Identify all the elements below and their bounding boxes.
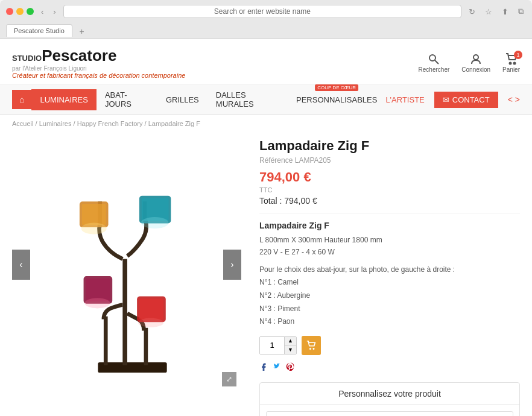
breadcrumb: Accueil / Luminaires / Happy French Fact…	[0, 115, 532, 132]
qty-up-button[interactable]: ▲	[284, 337, 296, 345]
refresh-button[interactable]: ↻	[466, 6, 478, 17]
back-button[interactable]: ‹	[39, 6, 46, 17]
site-header: STUDIO Pescatore par l'Atelier François …	[0, 39, 532, 84]
cart-button[interactable]: 1 Panier	[502, 53, 520, 73]
bookmark-button[interactable]: ☆	[483, 6, 495, 17]
home-button[interactable]: ⌂	[12, 90, 31, 109]
quantity-stepper[interactable]: 1 ▲ ▼	[259, 336, 297, 355]
nav-right: L'ARTISTE ✉ CONTACT < >	[385, 92, 520, 108]
share-button[interactable]: ⬆	[499, 6, 511, 17]
product-layout: ‹	[0, 132, 532, 416]
product-price: 794,00 €	[259, 169, 520, 185]
nav-abat-jours[interactable]: ABAT-JOURS	[97, 84, 157, 115]
qty-buttons: ▲ ▼	[284, 337, 296, 354]
product-choices: Pour le choix des abat-jour, sur la phot…	[259, 263, 520, 329]
product-image-container: ‹	[12, 138, 241, 391]
product-desc-title: Lampadaire Zig F	[259, 221, 520, 230]
nav-grilles[interactable]: GRILLES	[157, 89, 207, 110]
prev-image-button[interactable]: ‹	[12, 250, 30, 280]
product-image-area: ‹	[12, 138, 241, 416]
address-bar[interactable]: Search or enter website name	[63, 5, 461, 18]
login-label: Connexion	[461, 66, 490, 73]
pinterest-link[interactable]	[286, 362, 294, 373]
window-button[interactable]: ⧉	[516, 5, 526, 17]
search-icon	[428, 53, 440, 65]
svg-point-19	[81, 222, 107, 234]
product-specs: L 800mm X 300mm Hauteur 1800 mm 220 V - …	[259, 234, 520, 259]
facebook-link[interactable]	[259, 362, 268, 373]
maximize-dot[interactable]	[27, 8, 34, 15]
twitter-icon	[273, 362, 281, 371]
qty-down-button[interactable]: ▼	[284, 345, 296, 354]
svg-rect-12	[82, 204, 106, 225]
cart-label: Panier	[502, 66, 520, 73]
svg-point-0	[429, 55, 435, 61]
close-dot[interactable]	[6, 8, 13, 15]
artiste-link[interactable]: L'ARTISTE	[385, 95, 424, 104]
pinterest-icon	[286, 362, 294, 371]
product-ref: Référence LAMPA205	[259, 156, 520, 165]
twitter-link[interactable]	[273, 362, 281, 373]
contact-label: CONTACT	[452, 95, 490, 104]
color-panel-toggle[interactable]: Couleur abat-jour n°1 ▲	[266, 411, 513, 416]
header-icons: Rechercher Connexion 1 Panier	[419, 53, 520, 73]
price-ttc-label: TTC	[259, 186, 520, 194]
svg-point-24	[313, 348, 314, 349]
forward-button[interactable]: ›	[51, 6, 58, 17]
nav-personnalisables-label: PERSONNALISABLES	[296, 95, 377, 104]
svg-rect-8	[144, 328, 148, 365]
logo[interactable]: STUDIO Pescatore par l'Atelier François …	[12, 46, 185, 79]
browser-tab[interactable]: Pescatore Studio	[6, 24, 72, 37]
coup-badge: COUP DE CŒUR	[315, 84, 358, 91]
logo-studio: STUDIO	[12, 54, 42, 63]
svg-point-2	[473, 55, 478, 60]
svg-rect-16	[86, 279, 110, 301]
svg-point-20	[141, 217, 169, 228]
cart-badge: 1	[514, 51, 522, 59]
nav-personnalisables[interactable]: COUP DE CŒUR PERSONNALISABLES	[288, 89, 385, 110]
product-image	[48, 144, 205, 385]
search-button[interactable]: Rechercher	[419, 53, 450, 73]
user-icon	[470, 53, 482, 65]
zoom-button[interactable]: ⤢	[222, 372, 236, 386]
nav-luminaires[interactable]: LUMINAIRES	[31, 89, 96, 110]
contact-button[interactable]: ✉ CONTACT	[434, 92, 498, 108]
svg-point-4	[513, 62, 515, 64]
logo-by: par l'Atelier François Liguori	[12, 65, 185, 72]
breadcrumb-luminaires[interactable]: Luminaires	[39, 120, 72, 127]
customize-section: Personnalisez votre produit Couleur abat…	[259, 382, 520, 416]
color-panel: Couleur abat-jour n°1 ▲ AnisRaisinBonbon…	[260, 405, 519, 416]
svg-point-21	[84, 298, 110, 308]
prev-arrow[interactable]: <	[508, 95, 513, 104]
envelope-icon: ✉	[443, 95, 449, 104]
qty-cart-area: 1 ▲ ▼	[259, 336, 520, 355]
nav-arrows: < >	[508, 95, 520, 104]
facebook-icon	[259, 362, 268, 371]
logo-name: Pescatore	[42, 46, 116, 65]
quantity-input[interactable]: 1	[260, 337, 284, 354]
logo-subtitle: Créateur et fabricant français de décora…	[12, 72, 185, 79]
next-image-button[interactable]: ›	[223, 250, 241, 280]
divider	[259, 213, 520, 213]
add-to-cart-button[interactable]	[302, 336, 321, 355]
social-icons	[259, 362, 520, 373]
svg-rect-18	[139, 298, 163, 320]
breadcrumb-accueil[interactable]: Accueil	[12, 120, 33, 127]
login-button[interactable]: Connexion	[461, 53, 490, 73]
svg-rect-7	[104, 317, 108, 365]
customize-title: Personnalisez votre produit	[260, 383, 519, 405]
svg-point-3	[509, 62, 511, 64]
new-tab-button[interactable]: +	[74, 24, 89, 39]
main-nav: ⌂ LUMINAIRES ABAT-JOURS GRILLES DALLES M…	[0, 84, 532, 115]
search-label: Rechercher	[419, 66, 450, 73]
total-price: Total : 794,00 €	[259, 196, 520, 206]
svg-point-23	[309, 348, 311, 349]
product-details: Lampadaire Zig F Référence LAMPA205 794,…	[259, 138, 520, 416]
nav-dalles[interactable]: DALLES MURALES	[207, 84, 288, 115]
next-arrow[interactable]: >	[515, 95, 520, 104]
minimize-dot[interactable]	[16, 8, 24, 15]
svg-rect-5	[98, 362, 166, 373]
svg-point-22	[138, 318, 163, 327]
svg-rect-6	[122, 259, 127, 365]
breadcrumb-happy-french[interactable]: Happy French Factory	[77, 120, 143, 127]
